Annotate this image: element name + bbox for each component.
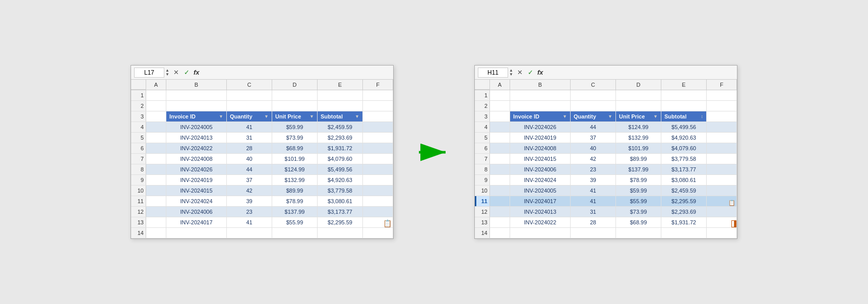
- left-cell-e14[interactable]: [318, 228, 363, 238]
- left-cell-c9[interactable]: 37: [227, 175, 272, 185]
- left-cell-a12[interactable]: [146, 207, 166, 217]
- left-cell-a4[interactable]: [146, 122, 166, 132]
- right-cell-a3[interactable]: [490, 111, 510, 121]
- left-cell-f14[interactable]: [363, 228, 393, 238]
- right-cell-e14[interactable]: [661, 228, 707, 238]
- left-header-unitprice-dropdown[interactable]: ▼: [309, 114, 314, 119]
- right-cell-e4[interactable]: $5,499.56: [661, 122, 707, 132]
- right-cell-c9[interactable]: 39: [571, 175, 616, 185]
- left-cell-d7[interactable]: $101.99: [272, 154, 318, 164]
- right-cell-c2[interactable]: [571, 101, 616, 111]
- left-cell-e9[interactable]: $4,920.63: [318, 175, 363, 185]
- right-cell-f12[interactable]: [707, 207, 737, 217]
- left-cell-e7[interactable]: $4,079.60: [318, 154, 363, 164]
- left-cell-c6[interactable]: 28: [227, 143, 272, 153]
- right-cell-f7[interactable]: [707, 154, 737, 164]
- right-cell-e5[interactable]: $4,920.63: [661, 133, 707, 143]
- left-cell-b12[interactable]: INV-2024006: [166, 207, 227, 217]
- left-cell-d13[interactable]: $55.99: [272, 217, 318, 227]
- right-cell-b13[interactable]: INV-2024022: [510, 217, 571, 227]
- left-header-invoice[interactable]: Invoice ID ▼: [166, 111, 227, 121]
- right-cell-b7[interactable]: INV-2024015: [510, 154, 571, 164]
- right-cancel-btn[interactable]: ✕: [516, 69, 524, 76]
- right-header-subtotal-sort-icon[interactable]: ↕: [701, 114, 704, 119]
- right-cell-d11[interactable]: $55.99: [616, 196, 661, 206]
- right-cell-b14[interactable]: [510, 228, 571, 238]
- right-cell-e1[interactable]: [661, 90, 707, 100]
- right-cell-d2[interactable]: [616, 101, 661, 111]
- right-cell-b4[interactable]: INV-2024026: [510, 122, 571, 132]
- right-cell-f2[interactable]: [707, 101, 737, 111]
- right-cell-f5[interactable]: [707, 133, 737, 143]
- right-cell-a14[interactable]: [490, 228, 510, 238]
- left-cell-f7[interactable]: [363, 154, 393, 164]
- right-header-quantity-dropdown[interactable]: ▼: [608, 114, 612, 119]
- right-cell-a12[interactable]: [490, 207, 510, 217]
- left-cell-a14[interactable]: [146, 228, 166, 238]
- right-header-unitprice[interactable]: Unit Price ▼: [616, 111, 661, 121]
- left-cell-d12[interactable]: $137.99: [272, 207, 318, 217]
- left-cell-a2[interactable]: [146, 101, 166, 111]
- right-cell-e6[interactable]: $4,079.60: [661, 143, 707, 153]
- left-cell-a6[interactable]: [146, 143, 166, 153]
- right-cell-d8[interactable]: $137.99: [616, 164, 661, 174]
- left-cell-a10[interactable]: [146, 186, 166, 196]
- left-cell-e11[interactable]: $3,080.61: [318, 196, 363, 206]
- right-cell-b11[interactable]: INV-2024017: [510, 196, 571, 206]
- left-cell-f1[interactable]: [363, 90, 393, 100]
- left-cell-a8[interactable]: [146, 164, 166, 174]
- right-cell-d9[interactable]: $78.99: [616, 175, 661, 185]
- left-cell-f8[interactable]: [363, 164, 393, 174]
- left-cell-b13[interactable]: INV-2024017: [166, 217, 227, 227]
- right-cell-b5[interactable]: INV-2024019: [510, 133, 571, 143]
- right-cell-a13[interactable]: [490, 217, 510, 227]
- left-cell-f9[interactable]: [363, 175, 393, 185]
- right-cell-b9[interactable]: INV-2024024: [510, 175, 571, 185]
- right-cell-a9[interactable]: [490, 175, 510, 185]
- right-cell-e9[interactable]: $3,080.61: [661, 175, 707, 185]
- left-cell-b8[interactable]: INV-2024026: [166, 164, 227, 174]
- left-cell-d2[interactable]: [272, 101, 318, 111]
- left-cell-e12[interactable]: $3,173.77: [318, 207, 363, 217]
- right-cell-f9[interactable]: [707, 175, 737, 185]
- right-formula-input[interactable]: [546, 69, 734, 76]
- left-cell-c4[interactable]: 41: [227, 122, 272, 132]
- right-cell-a7[interactable]: [490, 154, 510, 164]
- left-cell-d6[interactable]: $68.99: [272, 143, 318, 153]
- left-cell-c11[interactable]: 39: [227, 196, 272, 206]
- right-header-subtotal[interactable]: Subtotal ↕: [661, 111, 707, 121]
- right-cell-a1[interactable]: [490, 90, 510, 100]
- right-header-unitprice-dropdown[interactable]: ▼: [653, 114, 658, 119]
- right-cell-f4[interactable]: [707, 122, 737, 132]
- right-cell-a8[interactable]: [490, 164, 510, 174]
- left-cell-b6[interactable]: INV-2024022: [166, 143, 227, 153]
- right-cell-e11[interactable]: $2,295.59: [661, 196, 707, 206]
- left-cell-f10[interactable]: [363, 186, 393, 196]
- left-cell-a3[interactable]: [146, 111, 166, 121]
- left-cell-a11[interactable]: [146, 196, 166, 206]
- left-confirm-btn[interactable]: ✓: [183, 69, 191, 76]
- right-cell-b8[interactable]: INV-2024006: [510, 164, 571, 174]
- left-cell-e5[interactable]: $2,293.69: [318, 133, 363, 143]
- left-cell-a9[interactable]: [146, 175, 166, 185]
- left-cell-f2[interactable]: [363, 101, 393, 111]
- right-cell-c6[interactable]: 40: [571, 143, 616, 153]
- right-header-invoice-dropdown[interactable]: ▼: [563, 114, 567, 119]
- right-cell-c13[interactable]: 28: [571, 217, 616, 227]
- left-cell-d4[interactable]: $59.99: [272, 122, 318, 132]
- left-cell-e6[interactable]: $1,931.72: [318, 143, 363, 153]
- left-cell-c10[interactable]: 42: [227, 186, 272, 196]
- left-cell-f13[interactable]: 📋: [363, 217, 393, 227]
- right-cell-c7[interactable]: 42: [571, 154, 616, 164]
- left-cell-a5[interactable]: [146, 133, 166, 143]
- left-cell-f12[interactable]: [363, 207, 393, 217]
- left-cell-a7[interactable]: [146, 154, 166, 164]
- right-cell-e8[interactable]: $3,173.77: [661, 164, 707, 174]
- left-header-subtotal[interactable]: Subtotal ▼: [318, 111, 363, 121]
- left-formula-input[interactable]: [202, 69, 390, 76]
- right-cell-a5[interactable]: [490, 133, 510, 143]
- right-cell-c1[interactable]: [571, 90, 616, 100]
- left-header-unitprice[interactable]: Unit Price ▼: [272, 111, 318, 121]
- right-cell-c4[interactable]: 44: [571, 122, 616, 132]
- right-cell-c10[interactable]: 41: [571, 186, 616, 196]
